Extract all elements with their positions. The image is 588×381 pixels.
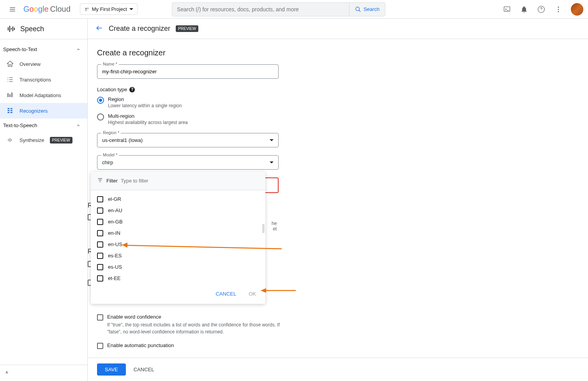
avatar[interactable] [571, 3, 583, 16]
option-label: en-AU [108, 207, 122, 213]
dropdown-option[interactable]: en-IN [91, 227, 265, 239]
svg-point-1 [87, 7, 88, 9]
word-confidence-checkbox[interactable]: Enable word confidence If "true", the to… [97, 314, 282, 335]
chevron-down-icon [270, 161, 274, 163]
nav-item-recognizers[interactable]: Recognizers [0, 103, 87, 119]
tune-icon [6, 91, 14, 99]
dropdown-option[interactable]: et-EE [91, 273, 265, 284]
svg-point-7 [558, 6, 559, 7]
option-label: es-ES [108, 253, 122, 259]
svg-rect-17 [11, 92, 12, 97]
sidebar-title: Speech [0, 19, 87, 39]
radio-region[interactable]: Region Lower latency within a single reg… [97, 96, 579, 108]
dropdown-cancel-button[interactable]: CANCEL [211, 288, 241, 300]
checkbox-input[interactable] [97, 230, 103, 236]
auto-punctuation-checkbox[interactable]: Enable automatic punctuation [97, 342, 282, 349]
svg-line-4 [359, 10, 360, 12]
svg-point-2 [85, 9, 87, 11]
name-input[interactable] [102, 69, 274, 74]
project-picker[interactable]: My First Project [80, 4, 138, 15]
checkbox-input[interactable] [97, 314, 103, 321]
name-field[interactable]: Name * [97, 64, 279, 79]
svg-point-3 [356, 7, 359, 11]
chevron-up-icon [76, 123, 81, 128]
name-label: Name * [101, 62, 119, 66]
nav-item-overview[interactable]: Overview [0, 56, 87, 72]
content: Create a recognizer PREVIEW Create a rec… [88, 19, 588, 381]
menu-icon[interactable] [5, 2, 20, 17]
svg-rect-20 [7, 112, 9, 113]
nav-item-model-adaptations[interactable]: Model Adaptations [0, 87, 87, 103]
save-button[interactable]: SAVE [97, 363, 126, 376]
sidebar: Speech Speech-to-Text Overview Transcrip… [0, 19, 88, 381]
chevron-up-icon [76, 47, 81, 52]
svg-rect-19 [7, 110, 9, 111]
preview-badge: PREVIEW [50, 137, 72, 144]
content-footer: SAVE CANCEL [88, 358, 588, 381]
scrollbar-thumb[interactable] [262, 224, 265, 233]
search-box: Search [172, 2, 385, 16]
dropdown-option[interactable]: en-US [91, 239, 265, 250]
svg-rect-23 [11, 112, 12, 113]
svg-rect-15 [7, 93, 9, 97]
back-arrow-icon[interactable] [95, 24, 103, 33]
search-button[interactable]: Search [349, 3, 385, 16]
svg-rect-22 [11, 110, 12, 111]
sidebar-collapse[interactable] [0, 365, 87, 381]
search-button-label: Search [364, 6, 380, 12]
nav-section-speech-to-text[interactable]: Speech-to-Text [0, 43, 87, 56]
svg-rect-14 [14, 28, 15, 30]
checkbox-input[interactable] [97, 207, 103, 214]
checkbox-input[interactable] [97, 275, 103, 282]
option-label: el-GR [108, 196, 121, 202]
dropdown-option[interactable]: en-AU [91, 205, 265, 216]
logo[interactable]: Google Cloud [23, 5, 71, 14]
option-label: et-EE [108, 275, 121, 281]
option-label: en-US [108, 241, 122, 247]
svg-rect-16 [9, 94, 11, 97]
dropdown-ok-button[interactable]: OK [244, 288, 261, 300]
sidebar-title-text: Speech [20, 25, 44, 33]
header-right [499, 2, 583, 17]
svg-rect-18 [7, 108, 9, 109]
radio-input[interactable] [97, 113, 104, 121]
dropdown-option[interactable]: el-GR [91, 193, 265, 205]
search-input[interactable] [172, 6, 349, 12]
notifications-icon[interactable] [516, 2, 532, 17]
svg-rect-5 [504, 7, 510, 11]
svg-rect-12 [11, 28, 12, 30]
logo-google: Google [23, 5, 49, 14]
radio-input-checked[interactable] [97, 97, 104, 104]
content-body: Create a recognizer Name * Location type… [88, 39, 588, 358]
cloud-shell-icon[interactable] [499, 2, 515, 17]
more-icon[interactable] [551, 2, 566, 17]
dropdown-option[interactable]: en-GB [91, 216, 265, 227]
checkbox-input[interactable] [97, 253, 103, 259]
cancel-button[interactable]: CANCEL [132, 363, 156, 376]
nav-item-synthesize[interactable]: Synthesize PREVIEW [0, 132, 87, 148]
filter-input[interactable] [121, 178, 186, 184]
radio-multi-region[interactable]: Multi-region Highest availability across… [97, 113, 579, 125]
dropdown-option[interactable]: es-US [91, 261, 265, 273]
svg-point-0 [85, 7, 87, 9]
logo-cloud: Cloud [50, 5, 71, 14]
page-heading: Create a recognizer [97, 48, 579, 57]
grid-icon [6, 107, 14, 115]
filter-icon [97, 177, 103, 184]
dropdown-list[interactable]: el-GRen-AUen-GBen-INen-USes-ESes-USet-EE [91, 190, 265, 284]
region-select[interactable]: Region * us-central1 (Iowa) [97, 133, 279, 147]
option-label: es-US [108, 264, 122, 270]
nav-section-text-to-speech[interactable]: Text-to-Speech [0, 119, 87, 132]
help-tooltip-icon[interactable]: ? [129, 87, 135, 92]
dropdown-filter-bar: Filter [91, 172, 265, 190]
model-select[interactable]: Model * chirp [97, 155, 279, 170]
checkbox-input[interactable] [97, 196, 103, 202]
nav-item-transcriptions[interactable]: Transcriptions [0, 72, 87, 87]
checkbox-input[interactable] [97, 264, 103, 270]
dropdown-option[interactable]: es-ES [91, 250, 265, 261]
checkbox-input[interactable] [97, 241, 103, 248]
checkbox-input[interactable] [97, 219, 103, 225]
help-icon[interactable] [533, 2, 549, 17]
list-icon [6, 76, 14, 83]
checkbox-input[interactable] [97, 343, 103, 349]
